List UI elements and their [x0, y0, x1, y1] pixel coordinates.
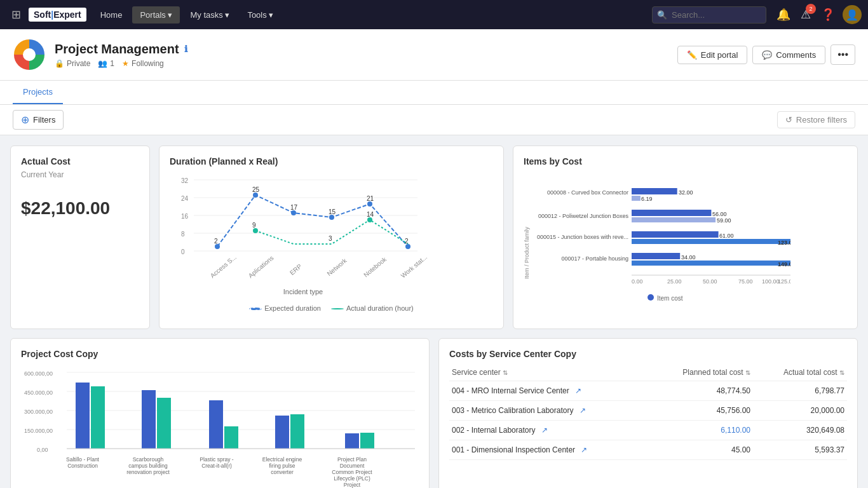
alert-icon[interactable]: ⚠ 2	[798, 5, 813, 24]
svg-text:Project Plan: Project Plan	[337, 456, 367, 463]
external-link-icon[interactable]: ↗	[575, 386, 581, 395]
svg-text:600.000,00: 600.000,00	[24, 370, 53, 377]
svg-text:149.00: 149.00	[778, 261, 790, 268]
svg-text:Incident type: Incident type	[283, 288, 323, 295]
actual-value: 320,649.08	[753, 421, 847, 440]
svg-text:21: 21	[367, 195, 374, 202]
svg-text:ERP: ERP	[288, 262, 303, 276]
svg-rect-40	[632, 196, 641, 201]
svg-text:2: 2	[214, 238, 218, 245]
user-avatar[interactable]: 👤	[843, 5, 862, 24]
filters-button[interactable]: ⊕ Filters	[13, 110, 64, 130]
logo[interactable]: Soft|Expert	[29, 8, 86, 22]
svg-point-64	[648, 294, 654, 301]
svg-point-14	[291, 210, 296, 215]
svg-text:Aplications: Aplications	[247, 254, 275, 280]
restore-filters-button[interactable]: ↺ Restore filters	[777, 111, 855, 128]
external-link-icon[interactable]: ↗	[581, 445, 587, 454]
svg-point-24	[253, 228, 258, 233]
svg-text:123.00: 123.00	[778, 240, 790, 246]
comments-button[interactable]: 💬 Comments	[752, 46, 825, 64]
svg-text:16: 16	[181, 213, 189, 220]
tab-projects[interactable]: Projects	[13, 81, 63, 104]
svg-rect-82	[275, 416, 289, 449]
svg-text:15: 15	[329, 208, 336, 215]
duration-title: Duration (Planned x Real)	[170, 156, 493, 166]
svg-text:56.00: 56.00	[712, 211, 727, 217]
notification-bell[interactable]: 🔔	[774, 5, 793, 24]
svg-rect-38	[632, 188, 677, 194]
portal-actions: ✏️ Edit portal 💬 Comments •••	[677, 44, 855, 65]
svg-text:000012 - Poliwetzel Junction B: 000012 - Poliwetzel Junction Boxes	[538, 213, 629, 219]
help-icon[interactable]: ❓	[818, 5, 837, 24]
svg-text:17: 17	[290, 204, 298, 211]
svg-text:Project: Project	[344, 482, 361, 488]
portal-meta: 🔒 Private 👥 1 ★ Following	[55, 59, 677, 68]
lock-icon: 🔒	[55, 59, 64, 68]
table-row: 002 - Internal Laboratory ↗ 6,110.00 320…	[449, 421, 847, 440]
external-link-icon[interactable]: ↗	[541, 426, 548, 435]
svg-rect-50	[632, 239, 790, 244]
svg-text:campus building: campus building	[128, 463, 168, 469]
nav-tools[interactable]: Tools ▾	[240, 6, 281, 24]
sort-actual-icon[interactable]: ⇅	[839, 369, 844, 376]
table-row: 003 - Metrico Calibration Laboratory ↗ 4…	[449, 401, 847, 421]
svg-rect-85	[360, 433, 374, 449]
svg-text:34.00: 34.00	[681, 254, 696, 261]
svg-text:firing pulse: firing pulse	[269, 463, 295, 469]
svg-text:100.00: 100.00	[762, 278, 780, 285]
portal-header: Project Management ℹ 🔒 Private 👥 1 ★ Fol…	[0, 29, 868, 81]
svg-text:300.000,00: 300.000,00	[24, 409, 53, 415]
svg-text:59.00: 59.00	[717, 217, 731, 224]
portal-icon	[13, 38, 46, 71]
svg-text:32.00: 32.00	[679, 189, 693, 196]
svg-text:Work stat...: Work stat...	[400, 254, 429, 280]
svg-text:6.19: 6.19	[641, 196, 653, 202]
sort-planned-icon[interactable]: ⇅	[745, 369, 750, 376]
sort-service-icon[interactable]: ⇅	[503, 369, 508, 376]
notification-badge: 2	[806, 4, 816, 14]
edit-portal-button[interactable]: ✏️ Edit portal	[677, 46, 748, 64]
nav-portals[interactable]: Portals ▾	[132, 6, 180, 24]
svg-text:Notebook: Notebook	[362, 255, 388, 279]
external-link-icon[interactable]: ↗	[580, 406, 586, 415]
svg-text:Lifecycle (PLC): Lifecycle (PLC)	[334, 475, 370, 482]
svg-text:Item / Product family: Item / Product family	[524, 226, 530, 279]
svg-text:Access S...: Access S...	[209, 254, 238, 280]
svg-rect-76	[76, 383, 90, 449]
dashboard-row-2: Project Cost Copy 600.000,00 450.000,00 …	[10, 338, 858, 488]
svg-text:000008 - Curved box Connector: 000008 - Curved box Connector	[547, 189, 628, 196]
svg-point-15	[329, 215, 334, 220]
planned-value-blue: 6,110.00	[649, 421, 753, 440]
items-cost-card: Items by Cost Item / Product family 0000…	[513, 146, 858, 329]
search-input[interactable]	[652, 6, 766, 24]
actual-value: 5,593.37	[753, 440, 847, 460]
svg-text:9: 9	[252, 222, 256, 229]
portal-pie-chart	[13, 38, 46, 71]
svg-text:Common Project: Common Project	[332, 469, 372, 475]
nav-mytasks[interactable]: My tasks ▾	[182, 6, 237, 24]
svg-text:000015 - Junction boxes with r: 000015 - Junction boxes with reve...	[537, 234, 628, 240]
svg-text:150.000,00: 150.000,00	[24, 428, 53, 434]
service-label: 001 - Dimensional Inspection Center ↗	[449, 440, 649, 460]
planned-value: 45.00	[649, 440, 753, 460]
svg-rect-45	[632, 217, 715, 222]
project-cost-card: Project Cost Copy 600.000,00 450.000,00 …	[10, 338, 430, 488]
svg-text:125.00: 125.00	[778, 278, 790, 285]
top-navigation: ⊞ Soft|Expert Home Portals ▾ My tasks ▾ …	[0, 0, 868, 29]
nav-home[interactable]: Home	[93, 6, 130, 24]
service-center-card: Costs by Service Center Copy Service cen…	[438, 338, 858, 488]
planned-value: 48,774.50	[649, 381, 753, 401]
actual-value: 20,000.00	[753, 401, 847, 421]
svg-text:Document: Document	[340, 463, 365, 469]
svg-text:0.00: 0.00	[632, 278, 643, 285]
tabs-bar: Projects	[0, 81, 868, 105]
actual-value: 6,798.77	[753, 381, 847, 401]
info-icon[interactable]: ℹ	[184, 44, 187, 54]
svg-rect-80	[209, 400, 223, 449]
svg-text:61.00: 61.00	[719, 233, 734, 239]
items-cost-chart: Item / Product family 000008 - Curved bo…	[524, 170, 790, 316]
expected-legend: Expected duration	[249, 304, 321, 312]
grid-icon[interactable]: ⊞	[6, 8, 26, 22]
more-options-button[interactable]: •••	[831, 44, 855, 65]
